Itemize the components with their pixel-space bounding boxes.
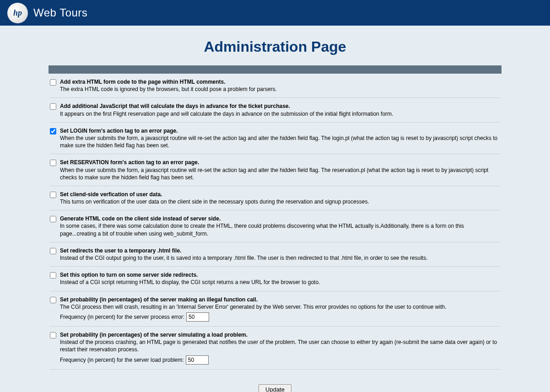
option-row: Generate HTML code on the client side in… bbox=[50, 210, 500, 237]
option-checkbox[interactable] bbox=[50, 272, 56, 279]
option-desc: Instead of the CGI output going to the u… bbox=[60, 255, 428, 261]
hp-logo-icon: hp bbox=[7, 3, 28, 23]
option-title: Set probability (in percentages) of the … bbox=[60, 296, 258, 303]
option-input-line: Frequency (in percent) for the server pr… bbox=[60, 312, 500, 322]
option-checkbox[interactable] bbox=[50, 248, 56, 254]
option-text: Generate HTML code on the client side in… bbox=[60, 215, 500, 237]
option-row: Set cliend-side verfication of user data… bbox=[50, 186, 500, 205]
option-row: Set LOGIN form's action tag to an error … bbox=[50, 123, 500, 150]
option-title: Add extra HTML form code to the page wit… bbox=[60, 79, 226, 85]
option-checkbox[interactable] bbox=[50, 103, 56, 110]
option-desc: This turns on verification of the user d… bbox=[60, 199, 369, 205]
option-desc: In some cases, if there was some calcula… bbox=[60, 223, 464, 236]
option-title: Set RESERVATION form's action tag to an … bbox=[60, 159, 199, 166]
option-title: Set cliend-side verfication of user data… bbox=[60, 191, 162, 198]
option-input-field[interactable] bbox=[186, 312, 209, 322]
option-title: Set probability (in percentages) of the … bbox=[60, 332, 248, 338]
option-text: Set LOGIN form's action tag to an error … bbox=[60, 127, 500, 150]
option-input-field[interactable] bbox=[186, 355, 209, 365]
option-text: Set redirects the user to a temporary .h… bbox=[60, 247, 500, 262]
brand-title: Web Tours bbox=[33, 6, 87, 19]
app-header: hp Web Tours bbox=[0, 0, 550, 26]
option-row: Set RESERVATION form's action tag to an … bbox=[50, 154, 500, 181]
option-desc: The CGI process then will crash, resulti… bbox=[60, 304, 447, 310]
option-desc: Instead of a CGI script returning HTML t… bbox=[60, 279, 320, 285]
panel-header-bar bbox=[49, 65, 501, 74]
option-text: Set this option to turn on some server s… bbox=[60, 271, 500, 286]
option-checkbox[interactable] bbox=[50, 216, 56, 222]
option-text: Add extra HTML form code to the page wit… bbox=[60, 78, 500, 93]
options-panel: Add extra HTML form code to the page wit… bbox=[49, 65, 501, 370]
update-button[interactable]: Update bbox=[259, 384, 291, 392]
option-input-label: Frequency (in percent) for the server lo… bbox=[60, 357, 184, 363]
option-title: Set redirects the user to a temporary .h… bbox=[60, 247, 181, 254]
option-desc: The extra HTML code is ignored by the br… bbox=[60, 86, 277, 92]
option-title: Add additional JavaScript that will calc… bbox=[60, 103, 290, 109]
option-text: Add additional JavaScript that will calc… bbox=[60, 102, 500, 117]
option-input-line: Frequency (in percent) for the server lo… bbox=[60, 355, 500, 365]
option-row: Add extra HTML form code to the page wit… bbox=[50, 74, 500, 93]
options-list: Add extra HTML form code to the page wit… bbox=[49, 74, 501, 370]
option-checkbox[interactable] bbox=[50, 79, 56, 86]
option-title: Set LOGIN form's action tag to an error … bbox=[60, 128, 178, 134]
option-checkbox[interactable] bbox=[50, 128, 56, 134]
option-row: Set probability (in percentages) of the … bbox=[50, 327, 500, 365]
option-checkbox[interactable] bbox=[50, 332, 56, 338]
option-desc: When the user submits the form, a javasc… bbox=[60, 135, 497, 149]
option-row: Set this option to turn on some server s… bbox=[50, 267, 500, 286]
option-desc: When the user submits the form, a javasc… bbox=[60, 167, 488, 181]
option-text: Set cliend-side verfication of user data… bbox=[60, 191, 500, 205]
footer-area: Update Return to the Web Tours Homepage … bbox=[49, 384, 501, 392]
option-row: Add additional JavaScript that will calc… bbox=[50, 98, 500, 117]
option-text: Set probability (in percentages) of the … bbox=[60, 296, 500, 322]
page-wrap: Administration Page Add extra HTML form … bbox=[49, 38, 501, 392]
option-title: Set this option to turn on some server s… bbox=[60, 272, 198, 278]
option-title: Generate HTML code on the client side in… bbox=[60, 215, 221, 222]
option-input-label: Frequency (in percent) for the server pr… bbox=[60, 314, 184, 320]
option-desc: It appears on the first Flight reservati… bbox=[60, 111, 393, 117]
page-title: Administration Page bbox=[49, 38, 501, 55]
option-text: Set probability (in percentages) of the … bbox=[60, 331, 500, 365]
option-checkbox[interactable] bbox=[50, 160, 56, 166]
option-row: Set probability (in percentages) of the … bbox=[50, 291, 500, 322]
option-divider bbox=[50, 369, 500, 370]
option-checkbox[interactable] bbox=[50, 297, 56, 303]
option-row: Set redirects the user to a temporary .h… bbox=[50, 242, 500, 262]
option-checkbox[interactable] bbox=[50, 192, 56, 198]
option-desc: Instead of the process crashing, an HTML… bbox=[60, 339, 497, 353]
option-text: Set RESERVATION form's action tag to an … bbox=[60, 159, 500, 181]
